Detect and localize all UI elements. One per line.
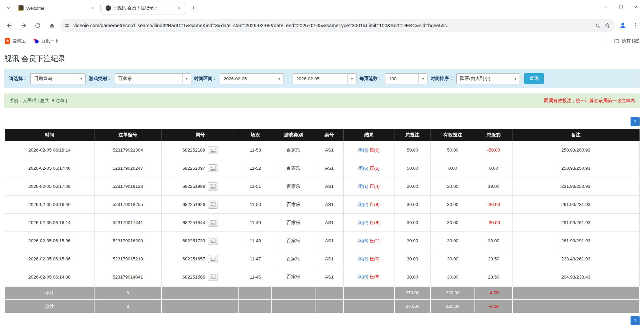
close-button[interactable]: × <box>629 0 644 13</box>
minimize-button[interactable]: – <box>598 0 613 13</box>
cell-game-kind: 百家乐 <box>272 196 315 214</box>
round-replay-button[interactable] <box>208 273 218 281</box>
pagination-top: 1 <box>4 117 640 126</box>
bookmark-baidu[interactable]: 百度一下 <box>34 38 59 44</box>
maximize-button[interactable] <box>613 0 629 13</box>
cell-table-no: AS1 <box>315 250 344 268</box>
tab-close-icon[interactable]: × <box>176 5 182 11</box>
tab-strip: Welcome × :::视讯 会员下注纪录::: × + – × <box>0 0 644 16</box>
total-payout: -4.00 <box>475 300 512 313</box>
address-bar[interactable]: videoie.com/game/betrecord_search/kind3?… <box>60 19 615 32</box>
table-row: 2026-02-05 06:16:14 523179017441 6822518… <box>5 214 639 232</box>
profile-avatar[interactable] <box>617 20 629 31</box>
cell-note: 231.93/250.93 <box>513 177 639 196</box>
cell-valid-bet: 30.00 <box>430 268 475 286</box>
banker-result: 庄(1) <box>370 238 380 243</box>
subtotal-total-bet: 270.00 <box>394 286 431 300</box>
round-replay-button[interactable] <box>208 146 218 154</box>
image-icon <box>210 184 216 189</box>
page-1-button[interactable]: 1 <box>631 117 640 126</box>
window-controls: – × <box>598 0 644 13</box>
round-replay-button[interactable] <box>208 219 218 227</box>
round-replay-button[interactable] <box>208 164 218 172</box>
bookmark-aitaobao[interactable]: 淘 爱淘宝 <box>5 38 26 44</box>
round-replay-button[interactable] <box>208 255 218 263</box>
cell-result: 闲(6) 庄(6) <box>344 159 394 177</box>
cell-total-bet[interactable]: 50.00 <box>394 141 431 159</box>
query-type-select[interactable]: 日期查询 ▾ <box>30 73 86 84</box>
browser-menu-button[interactable]: ⋮ <box>631 22 641 29</box>
cell-time: 2026-02-05 06:15:06 <box>5 250 94 268</box>
chevron-down-icon: ▾ <box>347 74 356 84</box>
cell-round: 682252189 <box>161 141 239 159</box>
bet-records-table: 时间 注单编号 局号 场次 游戏类别 桌号 结果 总投注 有效投注 总派彩 备注… <box>4 129 640 313</box>
game-kind-select[interactable]: 百家乐 ▾ <box>115 73 191 84</box>
zoom-icon[interactable] <box>595 23 601 29</box>
home-button[interactable] <box>46 19 58 32</box>
cell-total-bet[interactable]: 30.00 <box>394 268 431 286</box>
image-icon <box>210 220 216 225</box>
chevron-down-icon: ▾ <box>511 74 520 84</box>
cell-table-no: AS1 <box>315 141 344 159</box>
cell-total-bet[interactable]: 30.00 <box>394 250 431 268</box>
image-icon <box>210 202 216 207</box>
page-content: 视讯 会员下注纪录 请选择： 日期查询 ▾ 游戏类别： 百家乐 ▾ 时间区间： … <box>0 54 644 325</box>
subtotal-payout: -4.00 <box>475 286 512 300</box>
cell-payout: 0.00 <box>475 159 512 177</box>
refresh-button[interactable] <box>32 19 44 32</box>
bookmark-star-icon[interactable] <box>604 23 610 29</box>
player-result: 闲(1) <box>358 184 368 189</box>
tab-bet-records[interactable]: :::视讯 会员下注纪录::: × <box>102 2 186 14</box>
round-replay-button[interactable] <box>208 237 218 245</box>
page-1-button[interactable]: 1 <box>631 316 640 325</box>
url-text[interactable]: videoie.com/game/betrecord_search/kind3?… <box>73 23 592 28</box>
cell-table-no: AS1 <box>315 159 344 177</box>
cell-bet-id: 523179014041 <box>94 268 161 286</box>
cell-payout: -50.00 <box>475 141 512 159</box>
sort-select[interactable]: 降幂(由大到小) ▾ <box>456 73 520 84</box>
cell-total-bet[interactable]: 30.00 <box>394 232 431 250</box>
search-button[interactable]: 查询 <box>524 73 544 84</box>
taobao-icon: 淘 <box>5 38 10 44</box>
col-time: 时间 <box>5 129 94 141</box>
cell-time: 2026-02-05 06:17:08 <box>5 177 94 196</box>
cell-session: 11-52 <box>239 159 272 177</box>
table-footer: 小计 8 270.00 220.00 -4.00 总计 8 270.00 220… <box>5 286 639 313</box>
cell-note: 250.93/200.93 <box>513 141 639 159</box>
cell-total-bet[interactable]: 30.00 <box>394 196 431 214</box>
browser-toolbar: videoie.com/game/betrecord_search/kind3?… <box>0 16 644 35</box>
cell-valid-bet: 30.00 <box>430 196 475 214</box>
tab-search-button[interactable] <box>3 3 13 13</box>
refresh-icon <box>35 23 41 29</box>
site-settings-icon[interactable] <box>65 23 70 28</box>
per-page-select[interactable]: 100 ▾ <box>385 73 427 84</box>
round-replay-button[interactable] <box>208 201 218 209</box>
round-number: 682251566 <box>182 275 205 280</box>
cell-total-bet[interactable]: 30.00 <box>394 214 431 232</box>
folder-icon <box>614 38 619 44</box>
bet-table-body: 2026-02-05 06:18:14 523179021304 6822521… <box>5 141 639 286</box>
all-bookmarks-button[interactable]: 所有书签 <box>614 38 639 44</box>
tab-welcome[interactable]: Welcome × <box>15 2 99 14</box>
tab-close-icon[interactable]: × <box>89 5 96 11</box>
cell-total-bet[interactable]: 50.00 <box>394 159 431 177</box>
col-total-bet: 总投注 <box>394 129 431 141</box>
cell-table-no: AS1 <box>315 214 344 232</box>
cell-round: 682251998 <box>161 177 239 196</box>
date-range-label: 时间区间： <box>194 76 217 82</box>
cell-time: 2026-02-05 06:16:40 <box>5 196 94 214</box>
date-start-select[interactable]: 2026-02-05 ▾ <box>220 73 284 84</box>
cell-bet-id: 523179017441 <box>94 214 161 232</box>
col-bet-id: 注单编号 <box>94 129 161 141</box>
round-replay-button[interactable] <box>208 182 218 191</box>
subtotal-count: 8 <box>94 286 161 300</box>
cell-time: 2026-02-05 06:15:36 <box>5 232 94 250</box>
currency-total-text: 币别：人民币 | 总共 :8 注单 | <box>9 98 67 104</box>
forward-button[interactable] <box>17 19 30 32</box>
date-end-select[interactable]: 2026-02-05 ▾ <box>293 73 356 84</box>
cell-bet-id: 523179019123 <box>94 177 161 196</box>
back-button[interactable] <box>3 19 15 32</box>
banker-result: 庄(8) <box>370 202 380 207</box>
cell-total-bet[interactable]: 20.00 <box>394 177 431 196</box>
new-tab-button[interactable]: + <box>189 3 198 13</box>
